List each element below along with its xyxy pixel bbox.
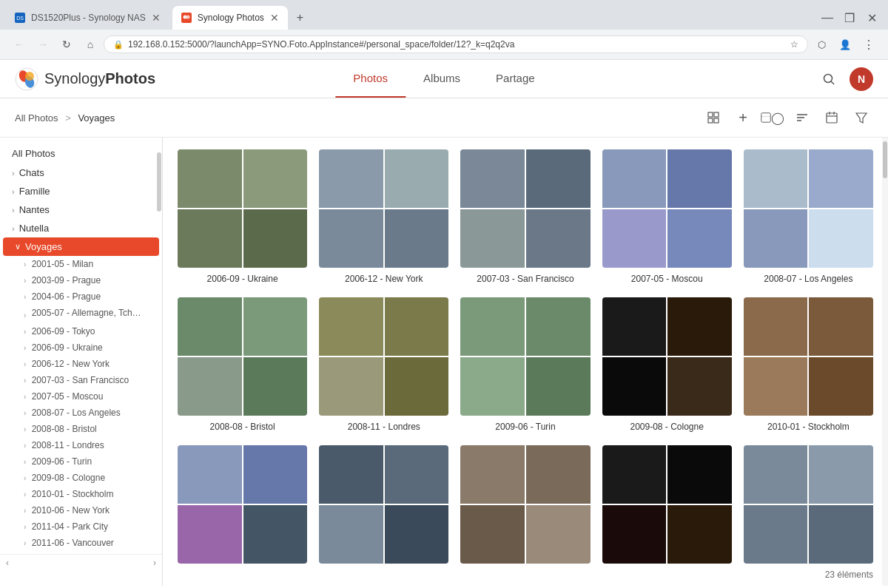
sidebar-item-2001-milan[interactable]: › 2001-05 - Milan (0, 256, 162, 272)
select-button[interactable] (702, 106, 725, 129)
sidebar-item-2011-vancouver[interactable]: › 2011-06 - Vancouver (0, 535, 162, 551)
sidebar-item-2011-parkcity[interactable]: › 2011-04 - Park City (0, 518, 162, 535)
photo-item-r3c5[interactable] (744, 445, 873, 571)
photo-item-losangeles[interactable]: 2008-07 - Los Angeles (744, 149, 873, 285)
tab-close-1[interactable]: ✕ (152, 12, 161, 24)
sidebar-all-photos[interactable]: All Photos (0, 143, 162, 163)
photo-cell (809, 357, 873, 416)
forward-button[interactable]: → (33, 34, 53, 55)
browser-tab-1[interactable]: DS DS1520Plus - Synology NAS ✕ (6, 6, 169, 30)
arrow-2006-newyork: › (24, 360, 26, 368)
nav-partage[interactable]: Partage (478, 60, 553, 98)
photo-item-r3c1[interactable] (178, 445, 307, 571)
extensions-button[interactable]: ⬡ (811, 34, 832, 55)
photo-label-r3c1 (178, 568, 307, 571)
back-button[interactable]: ← (9, 34, 30, 55)
photo-cell (602, 209, 667, 268)
close-button[interactable]: ✕ (861, 7, 882, 28)
photo-item-londres[interactable]: 2008-11 - Londres (319, 297, 448, 433)
sidebar-item-2006-tokyo[interactable]: › 2006-09 - Tokyo (0, 323, 162, 339)
photo-cell (526, 297, 591, 356)
photo-label-r3c4 (602, 568, 732, 571)
photo-mosaic-ukraine (178, 149, 307, 268)
sidebar-item-2008-londres[interactable]: › 2008-11 - Londres (0, 437, 162, 453)
sidebar-label-2001-milan: 2001-05 - Milan (32, 259, 93, 269)
tab-favicon-2 (181, 13, 192, 23)
arrow-2008-la: › (24, 409, 26, 417)
sidebar-item-famille[interactable]: › Famille (0, 182, 162, 200)
sidebar-item-2003-prague[interactable]: › 2003-09 - Prague (0, 272, 162, 288)
calendar-button[interactable] (820, 106, 844, 129)
user-avatar[interactable]: N (850, 67, 873, 91)
photo-scrollbar[interactable] (882, 138, 888, 586)
sidebar-label-nantes: Nantes (19, 204, 50, 215)
sidebar-item-2005-allemagne[interactable]: › 2005-07 - Allemagne, Tchéqu... (0, 305, 162, 323)
profile-button[interactable]: 👤 (835, 34, 855, 55)
sidebar-item-2009-turin[interactable]: › 2009-06 - Turin (0, 453, 162, 470)
add-button[interactable]: + (731, 106, 755, 129)
sidebar-scrollbar[interactable] (156, 138, 162, 586)
sidebar-label-2010-newyork: 2010-06 - New York (32, 505, 110, 516)
address-bar[interactable]: 🔒 192.168.0.152:5000/?launchApp=SYNO.Fot… (104, 36, 808, 53)
arrow-icon-chats: › (12, 169, 15, 178)
new-tab-button[interactable]: + (291, 8, 309, 27)
nav-photos[interactable]: Photos (335, 60, 406, 98)
sidebar-item-voyages[interactable]: ∨ Voyages (3, 237, 159, 256)
sidebar-label-2007-moscou: 2007-05 - Moscou (32, 391, 104, 402)
minimize-button[interactable]: — (817, 7, 838, 28)
photo-item-moscou[interactable]: 2007-05 - Moscou (602, 149, 732, 285)
svg-point-2 (186, 16, 189, 19)
sidebar-item-nantes[interactable]: › Nantes (0, 200, 162, 219)
sidebar-item-2006-newyork[interactable]: › 2006-12 - New York (0, 356, 162, 372)
restore-button[interactable]: ❒ (839, 7, 860, 28)
photo-item-r3c2[interactable] (319, 445, 448, 571)
photo-label-cologne: 2009-08 - Cologne (602, 420, 732, 433)
sidebar-item-nutella[interactable]: › Nutella (0, 219, 162, 237)
photo-item-newyork2006[interactable]: 2006-12 - New York (319, 149, 448, 285)
photo-item-bristol[interactable]: 2008-08 - Bristol (178, 297, 307, 433)
home-button[interactable]: ⌂ (80, 34, 101, 55)
sidebar-item-2009-cologne[interactable]: › 2009-08 - Cologne (0, 470, 162, 486)
sidebar-item-2006-ukraine[interactable]: › 2006-09 - Ukraine (0, 339, 162, 356)
share-button[interactable]: ◯ (761, 106, 784, 129)
photo-item-r3c3[interactable] (460, 445, 590, 571)
tab-close-2[interactable]: ✕ (270, 12, 279, 24)
bookmark-icon[interactable]: ☆ (790, 39, 798, 50)
svg-rect-11 (708, 118, 713, 123)
photo-cell (602, 505, 667, 564)
sidebar-item-2010-newyork[interactable]: › 2010-06 - New York (0, 502, 162, 518)
filter-button[interactable] (850, 106, 873, 129)
sidebar-scroll-left[interactable]: ‹ (6, 558, 9, 568)
photo-cell (385, 505, 449, 564)
sidebar-item-2007-moscou[interactable]: › 2007-05 - Moscou (0, 388, 162, 405)
photo-label-r3c3 (460, 568, 590, 571)
photo-cell (526, 357, 591, 416)
sidebar-item-2008-la[interactable]: › 2008-07 - Los Angeles (0, 405, 162, 421)
photo-item-ukraine[interactable]: 2006-09 - Ukraine (178, 149, 307, 285)
sidebar-label-2009-turin: 2009-06 - Turin (32, 456, 92, 467)
breadcrumb-parent[interactable]: All Photos (15, 112, 58, 124)
sidebar-item-2008-bristol[interactable]: › 2008-08 - Bristol (0, 421, 162, 437)
photo-cell (243, 149, 308, 208)
photo-item-turin[interactable]: 2009-06 - Turin (460, 297, 590, 433)
photo-cell (385, 445, 449, 504)
photo-item-r3c4[interactable] (602, 445, 732, 571)
sort-button[interactable] (790, 106, 814, 129)
photo-item-sanfrancisco[interactable]: 2007-03 - San Francisco (460, 149, 590, 285)
app: SynologyPhotos Photos Albums Partage N A… (0, 60, 888, 586)
nav-albums[interactable]: Albums (406, 60, 478, 98)
reload-button[interactable]: ↻ (56, 34, 77, 55)
photo-item-stockholm[interactable]: 2010-01 - Stockholm (744, 297, 873, 433)
sidebar-item-2007-sf[interactable]: › 2007-03 - San Francisco (0, 372, 162, 388)
photo-cell (667, 357, 732, 416)
sidebar-label-2008-la: 2008-07 - Los Angeles (32, 408, 121, 418)
sidebar-item-2004-prague[interactable]: › 2004-06 - Prague (0, 288, 162, 305)
sidebar-item-chats[interactable]: › Chats (0, 163, 162, 182)
sidebar-item-2010-stockholm[interactable]: › 2010-01 - Stockholm (0, 486, 162, 502)
browser-tab-2[interactable]: Synology Photos ✕ (172, 6, 288, 30)
app-logo: SynologyPhotos (15, 67, 155, 91)
menu-button[interactable]: ⋮ (858, 34, 879, 55)
sidebar-label-2008-londres: 2008-11 - Londres (32, 440, 104, 450)
search-button[interactable] (817, 67, 841, 91)
photo-item-cologne[interactable]: 2009-08 - Cologne (602, 297, 732, 433)
